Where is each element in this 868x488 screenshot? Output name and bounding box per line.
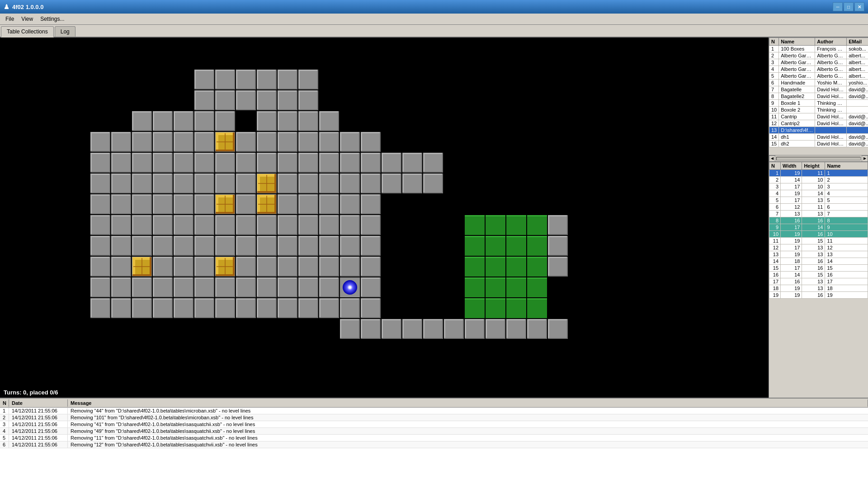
status-bar: Turns: 0, placed 0/6 <box>0 387 61 398</box>
level-row[interactable]: 17 16 13 17 <box>769 278 868 285</box>
collection-row[interactable]: 4 Alberto García 3 Alberto García albert… <box>769 66 868 73</box>
log-n: 5 <box>0 435 9 441</box>
collection-row[interactable]: 15 dh2 David Holland david@... <box>769 141 868 147</box>
level-row[interactable]: 14 18 16 14 <box>769 258 868 265</box>
collection-row[interactable]: 14 dh1 David Holland david@... <box>769 134 868 141</box>
lv-name-cell: 1 <box>825 170 868 177</box>
lv-w-cell: 16 <box>781 278 802 285</box>
lv-w-cell: 14 <box>781 177 802 183</box>
collection-row[interactable]: 7 Bagatelle David Holland david@... <box>769 86 868 93</box>
lv-w-cell: 19 <box>781 251 802 258</box>
hscroll-track[interactable] <box>776 157 861 160</box>
collection-row[interactable]: 11 Cantrip David Holland david@... <box>769 113 868 120</box>
menu-view[interactable]: View <box>18 15 37 23</box>
log-msg: Removing "12" from "D:\shared\4f02-1.0.b… <box>68 441 868 448</box>
collections-hscroll[interactable]: ◀ ▶ <box>769 155 868 161</box>
lv-h-cell: 13 <box>802 251 825 258</box>
log-n: 2 <box>0 414 9 421</box>
col-name: Name <box>779 38 815 46</box>
collection-row[interactable]: 13 D:\shared\4f02-... <box>769 127 868 134</box>
col-name-cell: dh2 <box>779 141 815 147</box>
collection-row[interactable]: 10 Boxole 2 Thinking Rabbit,... <box>769 107 868 113</box>
level-panel: N Width Height Name 1 19 11 1 2 14 10 2 … <box>769 161 868 299</box>
level-row[interactable]: 10 19 16 10 <box>769 231 868 238</box>
level-row[interactable]: 6 12 11 6 <box>769 204 868 211</box>
tab-table-collections[interactable]: Table Collections <box>1 26 54 38</box>
log-date: 14/12/2011 21:55:06 <box>9 441 68 448</box>
window-controls: ─ □ ✕ <box>833 2 864 11</box>
collection-row[interactable]: 1 100 Boxes François Marques sokob... <box>769 46 868 52</box>
hscroll-right[interactable]: ▶ <box>862 155 868 162</box>
level-row[interactable]: 7 13 13 7 <box>769 211 868 217</box>
log-msg: Removing "49" from "D:\shared\4f02-1.0.b… <box>68 428 868 434</box>
app-icon: ♟ <box>4 3 9 10</box>
level-row[interactable]: 9 17 14 9 <box>769 224 868 231</box>
menubar: File View Settings... <box>0 14 868 25</box>
level-row[interactable]: 8 16 16 8 <box>769 217 868 224</box>
level-row[interactable]: 12 17 13 12 <box>769 244 868 251</box>
log-n: 4 <box>0 428 9 434</box>
level-row[interactable]: 16 14 15 16 <box>769 272 868 278</box>
log-row: 4 14/12/2011 21:55:06 Removing "49" from… <box>0 428 868 435</box>
lv-h-cell: 10 <box>802 177 825 183</box>
col-name-cell: Boxole 1 <box>779 100 815 107</box>
close-button[interactable]: ✕ <box>854 2 864 11</box>
main-area: Turns: 0, placed 0/6 N Name Author EMail… <box>0 38 868 398</box>
log-date: 14/12/2011 21:55:06 <box>9 435 68 441</box>
hscroll-left[interactable]: ◀ <box>769 155 775 162</box>
col-author-cell: David Holland <box>815 86 847 93</box>
game-canvas[interactable]: Turns: 0, placed 0/6 <box>0 38 769 398</box>
lv-name-cell: 11 <box>825 238 868 244</box>
collections-table-wrapper[interactable]: N Name Author EMail 1 100 Boxes François… <box>769 38 868 155</box>
level-row[interactable]: 13 19 13 13 <box>769 251 868 258</box>
collection-row[interactable]: 9 Boxole 1 Thinking Rabbit,... <box>769 100 868 107</box>
lv-w-cell: 16 <box>781 217 802 224</box>
col-email-cell: sokob... <box>847 46 868 52</box>
collection-row[interactable]: 3 Alberto García 2 Alberto García albert… <box>769 59 868 66</box>
collection-row[interactable]: 6 Handmade Yoshio Murase yoshio... <box>769 80 868 86</box>
col-n-cell: 6 <box>769 80 779 86</box>
level-row[interactable]: 18 19 13 18 <box>769 285 868 292</box>
maximize-button[interactable]: □ <box>844 2 854 11</box>
col-email-cell: albert... <box>847 66 868 73</box>
lv-h-cell: 13 <box>802 278 825 285</box>
level-table-wrapper[interactable]: N Width Height Name 1 19 11 1 2 14 10 2 … <box>769 162 868 299</box>
col-email-cell: david@... <box>847 113 868 120</box>
col-n-cell: 7 <box>769 86 779 93</box>
titlebar: ♟ 4f02 1.0.0.0 ─ □ ✕ <box>0 0 868 14</box>
lv-w-cell: 19 <box>781 231 802 238</box>
level-row[interactable]: 4 19 14 4 <box>769 190 868 197</box>
col-author-cell: Alberto García <box>815 52 847 59</box>
level-row[interactable]: 3 17 10 3 <box>769 183 868 190</box>
lv-h-cell: 16 <box>802 231 825 238</box>
log-body[interactable]: 1 14/12/2011 21:55:06 Removing "44" from… <box>0 408 868 488</box>
log-date: 14/12/2011 21:55:06 <box>9 428 68 434</box>
collection-row[interactable]: 12 Cantrip2 David Holland david@... <box>769 120 868 127</box>
collection-row[interactable]: 2 Alberto García 1 Alberto García albert… <box>769 52 868 59</box>
log-header: N Date Message <box>0 399 868 408</box>
lv-w-cell: 17 <box>781 197 802 204</box>
level-row[interactable]: 19 19 16 19 <box>769 292 868 299</box>
col-name-cell: Alberto García B... <box>779 73 815 80</box>
lv-n-cell: 17 <box>769 278 781 285</box>
level-row[interactable]: 1 19 11 1 <box>769 170 868 177</box>
menu-settings[interactable]: Settings... <box>37 15 68 23</box>
lv-w-cell: 19 <box>781 170 802 177</box>
level-row[interactable]: 5 17 13 5 <box>769 197 868 204</box>
level-row[interactable]: 2 14 10 2 <box>769 177 868 183</box>
lv-h-cell: 15 <box>802 238 825 244</box>
log-panel: N Date Message 1 14/12/2011 21:55:06 Rem… <box>0 398 868 488</box>
tab-log[interactable]: Log <box>55 26 75 37</box>
lv-n-cell: 12 <box>769 244 781 251</box>
level-row[interactable]: 11 19 15 11 <box>769 238 868 244</box>
lv-n-cell: 19 <box>769 292 781 299</box>
minimize-button[interactable]: ─ <box>833 2 843 11</box>
lv-n-cell: 7 <box>769 211 781 217</box>
lv-name-cell: 13 <box>825 251 868 258</box>
collection-row[interactable]: 5 Alberto García B... Alberto García alb… <box>769 73 868 80</box>
col-n-cell: 3 <box>769 59 779 66</box>
lv-n-cell: 4 <box>769 190 781 197</box>
level-row[interactable]: 15 17 16 15 <box>769 265 868 272</box>
menu-file[interactable]: File <box>2 15 18 23</box>
collection-row[interactable]: 8 Bagatelle2 David Holland david@... <box>769 93 868 100</box>
